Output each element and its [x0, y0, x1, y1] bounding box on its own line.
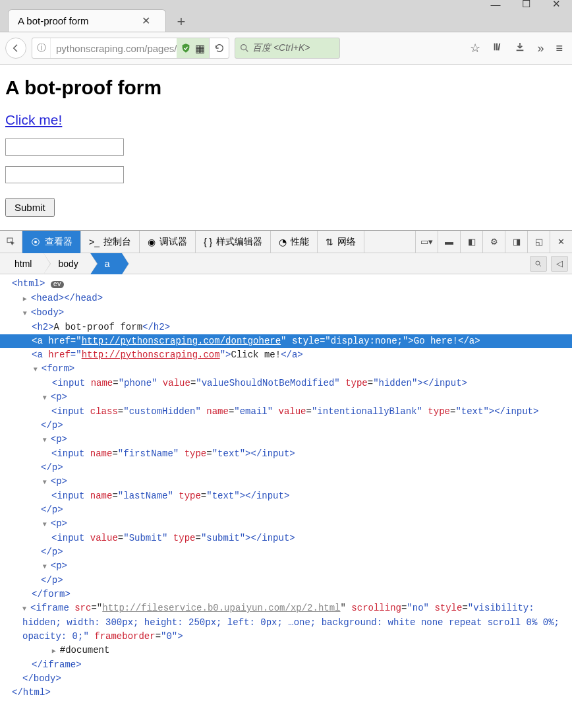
devtools-close-icon[interactable]: ✕ — [550, 231, 572, 253]
dom-node[interactable]: <p> — [0, 475, 572, 489]
dom-node[interactable]: </body> — [0, 672, 572, 686]
screenshot-icon[interactable]: ▬ — [438, 231, 460, 253]
svg-point-7 — [536, 261, 540, 265]
tab-performance[interactable]: ◔ 性能 — [271, 231, 318, 253]
dom-node[interactable]: <p> — [0, 433, 572, 447]
debugger-icon: ◉ — [148, 237, 156, 247]
element-picker-button[interactable] — [0, 231, 22, 253]
console-icon: >_ — [89, 237, 100, 247]
dom-node[interactable]: <iframe src="http://fileservice.b0.upaiy… — [0, 601, 572, 644]
style-icon: { } — [204, 237, 212, 247]
dom-tree[interactable]: <html> ev <head></head> <body> <h2>A bot… — [0, 274, 572, 713]
dom-node[interactable]: <input name="phone" value="valueShouldNo… — [0, 377, 572, 390]
click-me-link[interactable]: Click me! — [5, 112, 62, 127]
browser-tab[interactable]: A bot-proof form ✕ — [8, 9, 166, 32]
tab-debugger[interactable]: ◉ 调试器 — [140, 231, 196, 253]
dom-node[interactable]: </p> — [0, 574, 572, 588]
dock-side-icon[interactable]: ◨ — [505, 231, 527, 253]
arrow-left-icon — [11, 43, 21, 53]
tab-strip: A bot-proof form ✕ + — [0, 8, 572, 32]
devtools-search-button[interactable] — [530, 256, 547, 272]
dom-node-selected[interactable]: <a href="http://pythonscraping.com/dontg… — [0, 334, 572, 348]
svg-point-6 — [34, 241, 37, 243]
window-maximize-icon[interactable]: ☐ — [521, 0, 531, 9]
dom-node[interactable]: <input class="customHidden" name="email"… — [0, 405, 572, 419]
tab-console[interactable]: >_ 控制台 — [81, 231, 140, 253]
dom-node[interactable]: <a href="http://pythonscraping.com">Clic… — [0, 348, 572, 362]
event-badge: ev — [51, 281, 64, 288]
search-icon — [239, 43, 250, 53]
library-icon[interactable] — [492, 42, 503, 55]
dom-node[interactable]: </p> — [0, 545, 572, 559]
lastname-input[interactable] — [5, 166, 124, 183]
breadcrumb: html body a ◁ — [0, 253, 572, 274]
security-indicator: ▦ — [177, 38, 209, 58]
search-icon — [534, 260, 542, 268]
browser-chrome: — ☐ ✕ A bot-proof form ✕ + ⓘ pythonscrap… — [0, 0, 572, 65]
dom-node[interactable]: <form> — [0, 362, 572, 377]
dom-node[interactable]: <p> — [0, 390, 572, 405]
svg-rect-1 — [494, 43, 496, 50]
tab-style-editor[interactable]: { } 样式编辑器 — [196, 231, 271, 253]
url-text: pythonscraping.com/pages/itsa — [51, 43, 177, 54]
search-placeholder: 百度 <Ctrl+K> — [252, 42, 310, 54]
svg-rect-2 — [496, 43, 498, 50]
new-tab-button[interactable]: + — [171, 12, 191, 32]
page-content: A bot-proof form Click me! — [0, 65, 572, 230]
titlebar: — ☐ ✕ — [0, 0, 572, 8]
dom-node[interactable]: <input name="firstName" type="text"></in… — [0, 447, 572, 461]
toolbar: ⓘ pythonscraping.com/pages/itsa ▦ 百度 <Ct… — [0, 32, 572, 65]
dom-node[interactable]: </p> — [0, 419, 572, 433]
reload-button[interactable] — [209, 38, 229, 58]
performance-icon: ◔ — [279, 237, 287, 247]
bookmark-icon[interactable]: ☆ — [470, 41, 480, 55]
dom-node[interactable]: #document — [0, 644, 572, 658]
search-box[interactable]: 百度 <Ctrl+K> — [235, 38, 340, 59]
tab-close-icon[interactable]: ✕ — [142, 15, 150, 27]
dom-node[interactable]: <input name="lastName" type="text"></inp… — [0, 489, 572, 503]
svg-rect-3 — [498, 43, 501, 50]
picker-icon — [6, 237, 16, 247]
network-icon: ⇅ — [326, 237, 333, 247]
svg-point-0 — [241, 45, 246, 50]
dom-node[interactable]: <p> — [0, 517, 572, 531]
devtools: 查看器 >_ 控制台 ◉ 调试器 { } 样式编辑器 ◔ 性能 ⇅ 网络 ▭▾ … — [0, 230, 572, 713]
back-button[interactable] — [5, 38, 26, 59]
dock-window-icon[interactable]: ◱ — [527, 231, 550, 253]
dom-node[interactable]: <head></head> — [0, 291, 572, 306]
dom-node[interactable]: <input value="Submit" type="submit"></in… — [0, 531, 572, 545]
settings-icon[interactable]: ⚙ — [482, 231, 505, 253]
dom-node[interactable]: <body> — [0, 306, 572, 320]
dom-node[interactable]: </p> — [0, 503, 572, 517]
inspector-icon — [30, 237, 41, 247]
dom-node[interactable]: </iframe> — [0, 658, 572, 672]
dom-node[interactable]: <h2>A bot-proof form</h2> — [0, 320, 572, 334]
tab-title: A bot-proof form — [18, 15, 89, 26]
download-icon[interactable] — [515, 42, 525, 55]
overflow-icon[interactable]: » — [537, 42, 544, 55]
tab-network[interactable]: ⇅ 网络 — [318, 231, 364, 253]
tab-inspector[interactable]: 查看器 — [22, 231, 81, 253]
submit-button[interactable] — [5, 198, 55, 217]
dom-node[interactable]: <html> ev — [0, 277, 572, 291]
window-minimize-icon[interactable]: — — [490, 0, 501, 9]
devtools-panel-toggle[interactable]: ◁ — [551, 256, 568, 272]
toggle-split-icon[interactable]: ◧ — [460, 231, 482, 253]
dom-node[interactable]: </p> — [0, 461, 572, 475]
address-bar[interactable]: ⓘ pythonscraping.com/pages/itsa ▦ — [32, 38, 229, 59]
menu-icon[interactable]: ≡ — [556, 42, 563, 55]
site-info-icon[interactable]: ⓘ — [32, 38, 51, 58]
breadcrumb-html[interactable]: html — [0, 253, 43, 274]
toolbar-right: ☆ » ≡ — [470, 41, 567, 55]
dom-node[interactable]: </html> — [0, 686, 572, 700]
reload-icon — [214, 43, 225, 53]
dom-node[interactable]: </form> — [0, 588, 572, 601]
responsive-icon[interactable]: ▭▾ — [415, 231, 438, 253]
firstname-input[interactable] — [5, 138, 124, 156]
window-close-icon[interactable]: ✕ — [551, 0, 561, 9]
shield-icon — [181, 43, 191, 53]
page-heading: A bot-proof form — [5, 76, 567, 99]
devtools-tabs: 查看器 >_ 控制台 ◉ 调试器 { } 样式编辑器 ◔ 性能 ⇅ 网络 ▭▾ … — [0, 231, 572, 253]
dom-node[interactable]: <p> — [0, 559, 572, 574]
qr-icon[interactable]: ▦ — [195, 42, 205, 55]
